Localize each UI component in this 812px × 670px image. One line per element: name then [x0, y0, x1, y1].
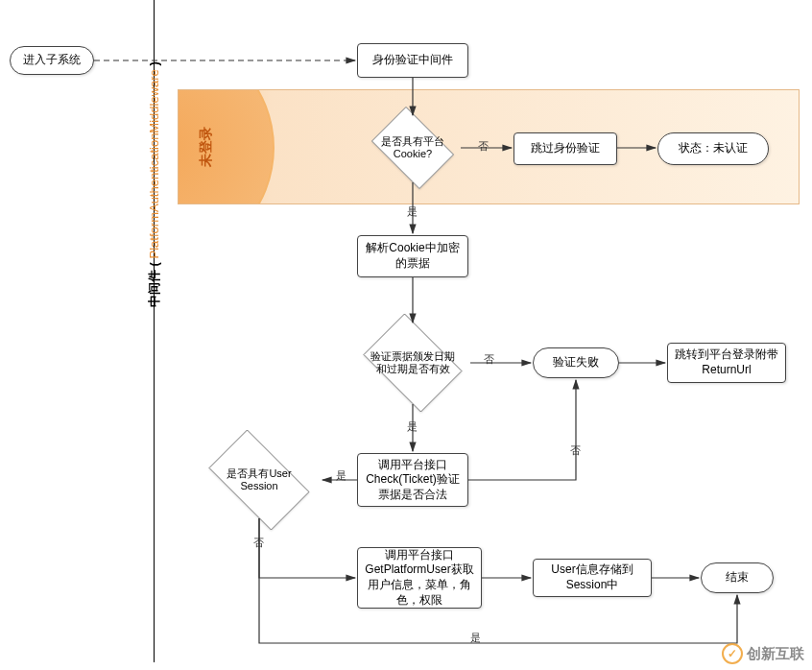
node-skip-auth: 跳过身份验证 — [513, 132, 617, 165]
node-parse-cookie-ticket: 解析Cookie中加密的票据 — [357, 235, 468, 277]
node-state-unauth-text: 状态：未认证 — [679, 141, 748, 156]
edge-check-no: 否 — [570, 443, 581, 458]
node-enter-subsystem-text: 进入子系统 — [23, 53, 81, 68]
edge-session-yes: 是 — [470, 631, 481, 645]
flowchart-canvas: 中间件 ( PlatformAuthenticationMiddleware )… — [0, 0, 812, 670]
region-label: 未登录 — [198, 127, 215, 167]
node-has-platform-cookie-text: 是否具有平台Cookie? — [365, 135, 461, 160]
swimlane-top-tick — [154, 0, 155, 10]
node-validate-ticket-dates-text: 验证票据颁发日期和过期是否有效 — [355, 350, 470, 375]
node-check-ticket-text: 调用平台接口Check(Ticket)验证票据是否合法 — [362, 458, 464, 503]
edge-session-no: 否 — [253, 536, 264, 550]
swimlane-title: 中间件 ( PlatformAuthenticationMiddleware ) — [146, 61, 163, 307]
edge-check-yes: 是 — [336, 468, 346, 483]
node-verify-fail-text: 验证失败 — [553, 355, 599, 371]
node-check-ticket: 调用平台接口Check(Ticket)验证票据是否合法 — [357, 453, 468, 507]
node-has-platform-cookie: 是否具有平台Cookie? — [365, 113, 461, 182]
swimlane-title-prefix: 中间件 ( — [147, 258, 161, 307]
swimlane-title-suffix: ) — [147, 61, 161, 69]
node-redirect-login: 跳转到平台登录附带ReturnUrl — [667, 343, 786, 383]
node-validate-ticket-dates: 验证票据颁发日期和过期是否有效 — [355, 322, 470, 404]
watermark-check-icon: ✓ — [722, 643, 743, 664]
watermark: ✓ 创新互联 — [722, 643, 804, 664]
node-end-text: 结束 — [726, 570, 749, 586]
region-arc-decoration — [178, 89, 275, 204]
node-verify-fail: 验证失败 — [533, 347, 619, 378]
edge-cookie-no: 否 — [478, 139, 489, 154]
node-skip-auth-text: 跳过身份验证 — [531, 141, 600, 156]
node-auth-middleware-text: 身份验证中间件 — [372, 53, 453, 68]
node-has-user-session: 是否具有User Session — [197, 442, 322, 518]
node-redirect-login-text: 跳转到平台登录附带ReturnUrl — [672, 347, 781, 377]
node-get-platform-user: 调用平台接口GetPlatformUser获取用户信息，菜单，角色，权限 — [357, 547, 482, 609]
edge-dates-yes: 是 — [407, 419, 418, 434]
node-parse-cookie-ticket-text: 解析Cookie中加密的票据 — [362, 241, 464, 271]
node-has-user-session-text: 是否具有User Session — [197, 467, 322, 492]
node-end: 结束 — [701, 562, 774, 593]
node-save-session-text: User信息存储到Session中 — [537, 562, 647, 592]
edge-cookie-yes: 是 — [407, 204, 418, 219]
node-auth-middleware: 身份验证中间件 — [357, 43, 468, 78]
swimlane-title-class: PlatformAuthenticationMiddleware — [147, 69, 161, 258]
watermark-text: 创新互联 — [747, 645, 804, 663]
edge-dates-no: 否 — [484, 352, 494, 367]
node-save-session: User信息存储到Session中 — [533, 559, 652, 597]
node-get-platform-user-text: 调用平台接口GetPlatformUser获取用户信息，菜单，角色，权限 — [362, 548, 477, 608]
node-enter-subsystem: 进入子系统 — [10, 46, 94, 75]
node-state-unauth: 状态：未认证 — [657, 132, 769, 165]
